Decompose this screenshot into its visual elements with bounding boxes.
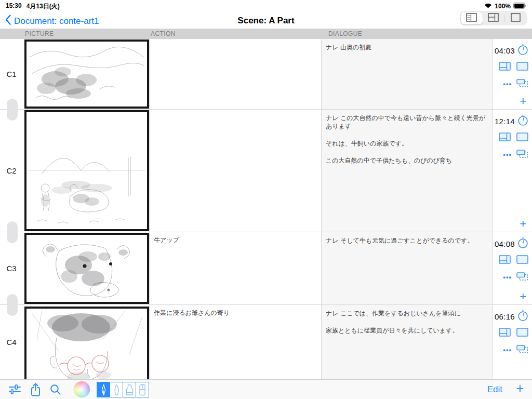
add-cut-button[interactable]: + [520, 219, 526, 229]
row-resize-handle[interactable] [7, 99, 18, 121]
cut-duration-label: 12:14 [495, 117, 515, 126]
layout-panel-icon[interactable] [499, 255, 511, 266]
duplicate-frame-icon[interactable] [516, 150, 528, 160]
more-ellipsis-button[interactable]: ••• [503, 81, 512, 88]
action-text-cell[interactable] [149, 39, 321, 109]
column-header-dialogue: DIALOGUE [328, 30, 362, 37]
eraser-tool-icon [139, 384, 146, 396]
cut-number-label: C3 [6, 264, 16, 273]
color-wheel-icon[interactable] [74, 381, 90, 397]
cut-meta-cell: 04:03 ••• [493, 39, 532, 109]
row-resize-handle[interactable] [7, 221, 18, 243]
dialogue-text-cell[interactable]: ナレ ここでは、作業をするおじいさんを筆頭に 家族とともに従業員が日々を共にして… [321, 305, 493, 379]
back-chevron-icon [5, 15, 11, 28]
cut-gutter: C4 [0, 305, 23, 379]
frame-icon[interactable] [516, 255, 528, 266]
share-icon[interactable] [30, 382, 42, 399]
dialogue-text-cell[interactable]: ナレ この大自然の中で今も遠い昔から脈々と続く光景があります それは、牛飼いの家… [321, 110, 493, 232]
cut-number-label: C4 [6, 338, 16, 347]
storyboard-grid: C1 [0, 39, 532, 379]
cut-duration-label: 04:08 [495, 240, 515, 248]
stopwatch-icon[interactable] [517, 44, 528, 57]
storyboard-sketch-c3 [26, 235, 147, 302]
view-mode-segmented-control [460, 11, 527, 25]
frame-icon[interactable] [516, 328, 528, 339]
action-text-cell[interactable]: 作業に浸るお爺さんの寄り [149, 305, 321, 379]
edit-button[interactable]: Edit [487, 384, 502, 395]
clock-date: 4月13日(火) [26, 2, 60, 11]
cut-number-label: C1 [6, 70, 16, 78]
pen-tool-icon [100, 384, 108, 396]
frame-icon[interactable] [516, 132, 528, 143]
more-ellipsis-button[interactable]: ••• [503, 151, 512, 158]
layout-panel-icon[interactable] [499, 62, 511, 73]
dialogue-line: この大自然の中で子供たちも、のびのび育ち [326, 156, 488, 165]
dialogue-line: 家族とともに従業員が日々を共にしています。 [326, 326, 488, 335]
stopwatch-icon[interactable] [517, 310, 528, 323]
storyboard-frame-c1[interactable] [24, 39, 149, 109]
picture-cell [23, 232, 149, 304]
storyboard-frame-c2[interactable] [24, 110, 149, 231]
cut-number-label: C2 [6, 166, 16, 175]
marker-tool-icon [113, 384, 121, 396]
stopwatch-icon[interactable] [517, 114, 528, 128]
picture-cell [23, 305, 149, 379]
add-button[interactable]: + [516, 381, 524, 396]
dialogue-line: ナレ 山奥の初夏 [326, 43, 488, 51]
view-mode-full-button[interactable] [504, 12, 526, 24]
cut-row-c3: C3 [0, 232, 532, 305]
nav-bar: Document: conte-art1 Scene: A Part [0, 12, 532, 29]
back-label: Document: conte-art1 [14, 16, 99, 26]
action-text-cell[interactable]: 牛アップ [149, 232, 321, 304]
add-cut-button[interactable]: + [520, 291, 526, 302]
pen-tool-button[interactable] [97, 382, 110, 397]
back-to-document-button[interactable]: Document: conte-art1 [5, 15, 99, 28]
duplicate-frame-icon[interactable] [516, 272, 528, 283]
cut-meta-cell: 12:14 ••• [493, 110, 532, 232]
sliders-icon[interactable] [8, 384, 21, 397]
eraser-tool-button[interactable] [136, 382, 149, 397]
bottom-toolbar: Edit + [0, 379, 532, 399]
storyboard-frame-c4[interactable] [24, 307, 149, 379]
battery-percent: 100% [495, 3, 511, 10]
battery-icon [513, 3, 526, 10]
layout-panel-icon[interactable] [499, 328, 511, 339]
more-ellipsis-button[interactable]: ••• [503, 347, 512, 354]
action-text: 作業に浸るお爺さんの寄り [154, 309, 230, 316]
dialogue-text-cell[interactable]: ナレ 山奥の初夏 [321, 39, 493, 109]
highlighter-tool-button[interactable] [123, 382, 136, 397]
storyboard-app-screen: 15:30 4月13日(火) 100% Document: conte-art1… [0, 0, 532, 399]
highlighter-tool-icon [125, 384, 134, 396]
stopwatch-icon[interactable] [517, 237, 528, 250]
storyboard-sketch-c2 [26, 112, 147, 231]
layout-split-icon [488, 13, 499, 24]
column-header-picture: PICTURE [25, 30, 54, 37]
more-ellipsis-button[interactable]: ••• [503, 274, 512, 281]
dialogue-line: ナレ ここでは、作業をするおじいさんを筆頭に [326, 309, 488, 317]
row-resize-handle[interactable] [7, 294, 18, 316]
storyboard-sketch-c4 [26, 309, 147, 379]
view-mode-list-button[interactable] [461, 12, 483, 24]
search-icon[interactable] [50, 384, 61, 397]
cut-gutter: C2 [0, 110, 23, 232]
storyboard-frame-c3[interactable] [24, 233, 149, 304]
dialogue-line: ナレ そして牛も元気に過ごすことができるのです。 [326, 236, 488, 245]
picture-cell [23, 110, 149, 232]
clock-time: 15:30 [6, 2, 22, 11]
action-text-cell[interactable] [149, 110, 321, 232]
drawing-tool-palette [97, 382, 149, 397]
view-mode-split-button[interactable] [483, 12, 504, 24]
cut-row-c4: C4 [0, 305, 532, 379]
layout-panel-icon[interactable] [499, 132, 511, 143]
frame-icon[interactable] [516, 62, 528, 73]
duplicate-frame-icon[interactable] [516, 345, 528, 355]
action-text: 牛アップ [154, 236, 179, 244]
dialogue-text-cell[interactable]: ナレ そして牛も元気に過ごすことができるのです。 [321, 232, 493, 304]
scene-title: Scene: A Part [156, 16, 376, 26]
status-bar: 15:30 4月13日(火) 100% [0, 0, 532, 12]
add-cut-button[interactable]: + [520, 96, 526, 107]
duplicate-frame-icon[interactable] [516, 79, 528, 89]
cut-duration-label: 04:03 [495, 46, 515, 55]
picture-cell [23, 39, 149, 109]
marker-tool-button[interactable] [110, 382, 123, 397]
